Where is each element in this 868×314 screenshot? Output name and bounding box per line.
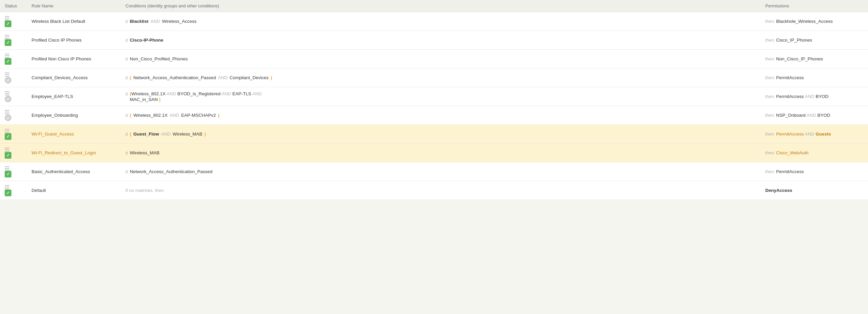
if-label: if [126,19,128,24]
status-disabled-icon[interactable]: ⊘ [5,77,11,84]
condition-wrapper: ifNon_Cisco_Profiled_Phones [126,56,756,62]
then-label: then [765,94,774,99]
table-header-row: Status Rule Name Conditions (identity gr… [0,0,868,12]
status-indicator: ⊘ [5,96,22,102]
permission-value: PermitAccess AND BYOD [776,94,828,99]
table-row: ✓Wireless Black List DefaultifBlacklist … [0,12,868,31]
paren-close: ) [218,113,219,118]
permissions-cell: thenCisco_IP_Phones [761,31,868,50]
status-disabled-icon[interactable]: ⊘ [5,96,11,102]
permission-label: PermitAccess [776,169,804,174]
policy-table-container: Status Rule Name Conditions (identity gr… [0,0,868,200]
status-cell: ⊘ [0,87,27,106]
permissions-cell: DenyAccess [761,181,868,200]
status-enabled-icon[interactable]: ✓ [5,58,11,65]
drag-handle[interactable] [5,91,9,95]
rule-name-label[interactable]: Wi-Fi_Redirect_to_Guest_Login [32,150,96,155]
drag-handle[interactable] [5,185,9,189]
drag-handle[interactable] [5,166,9,170]
then-label: then [765,169,774,174]
permissions-cell: thenPermitAccess AND Guests [761,125,868,144]
condition-value: Wireless_802.1X [131,91,165,96]
permission-wrapper: thenCisco_IP_Phones [765,38,863,42]
condition-line: MAC_in_SAN ) [130,97,262,102]
status-cell: ✓ [0,144,27,162]
paren-open: ( [130,75,131,80]
status-disabled-icon[interactable]: ⊘ [5,115,11,121]
condition-wrapper: if(Wireless_802.1X AND BYOD_is_Registere… [126,91,756,102]
table-row: ✓Basic_Authenticated_AccessifNetwork_Acc… [0,162,868,181]
status-cell: ✓ [0,125,27,144]
condition-value: EAP-TLS [232,91,251,96]
bold-condition: Guest_Flow [133,131,159,136]
status-cell: ✓ [0,162,27,181]
rule-name-label[interactable]: Profiled Non Cisco IP Phones [32,56,91,61]
and-label: AND [165,91,177,96]
conditions-cell: if(Wireless_802.1X AND EAP-MSCHAPv2 ) [121,106,761,125]
drag-handle[interactable] [5,16,9,20]
drag-handle[interactable] [5,110,9,114]
permission-label: PermitAccess [776,75,804,80]
permission-value: NSP_Onboard AND BYOD [776,113,830,118]
rule-name-label[interactable]: Basic_Authenticated_Access [32,169,90,174]
condition-value: EAP-MSCHAPv2 [181,113,216,118]
rule-name-cell: Wi-Fi_Redirect_to_Guest_Login [27,144,121,162]
then-label: then [765,19,774,24]
permission-label: PermitAccess [776,94,804,99]
permissions-cell: thenNSP_Onboard AND BYOD [761,106,868,125]
status-enabled-icon[interactable]: ✓ [5,133,11,140]
rule-name-label[interactable]: Compliant_Devices_Access [32,75,88,80]
drag-handle[interactable] [5,129,9,133]
status-enabled-icon[interactable]: ✓ [5,171,11,178]
drag-handle[interactable] [5,148,9,152]
status-enabled-icon[interactable]: ✓ [5,39,11,46]
conditions-cell: ifNon_Cisco_Profiled_Phones [121,50,761,68]
drag-handle[interactable] [5,72,9,76]
permissions-cell: thenBlackhole_Wireless_Access [761,12,868,31]
rule-name-label[interactable]: Default [32,188,46,193]
if-label: if [126,113,128,118]
rule-name-label[interactable]: Employee_Onboarding [32,113,78,118]
conditions-cell: ifNetwork_Access_Authentication_Passed [121,162,761,181]
rule-name-cell: Employee_EAP-TLS [27,87,121,106]
if-label: if [126,132,128,137]
status-indicator: ✓ [5,39,22,46]
conditions-cell: if(Wireless_802.1X AND BYOD_is_Registere… [121,87,761,106]
and-label: AND [150,19,160,24]
permission-wrapper: thenNSP_Onboard AND BYOD [765,113,863,118]
status-indicator: ✓ [5,133,22,140]
rule-name-label[interactable]: Employee_EAP-TLS [32,94,73,99]
table-row: ⊘Employee_EAP-TLSif(Wireless_802.1X AND … [0,87,868,106]
policy-table: Status Rule Name Conditions (identity gr… [0,0,868,200]
drag-handle[interactable] [5,35,9,39]
status-enabled-icon[interactable]: ✓ [5,152,11,159]
status-indicator: ⊘ [5,115,22,121]
then-label: then [765,150,774,155]
condition-wrapper: ifNetwork_Access_Authentication_Passed [126,169,756,175]
rule-name-cell: Employee_Onboarding [27,106,121,125]
condition-value: Network_Access_Authentication_Passed [133,75,216,80]
rule-name-label[interactable]: Wireless Black List Default [32,19,85,24]
header-conditions: Conditions (identity groups and other co… [121,0,761,12]
paren-close: ) [271,75,272,80]
rule-name-label[interactable]: Wi-Fi_Guest_Access [32,131,74,136]
condition-value: Compliant_Devices [229,75,269,80]
if-label: if [126,75,128,81]
drag-handle[interactable] [5,54,9,58]
rule-name-cell: Basic_Authenticated_Access [27,162,121,181]
bold-condition: Blacklist [130,19,149,24]
rule-name-label[interactable]: Profiled Cisco IP Phones [32,38,82,42]
condition-wrapper: ifBlacklist AND Wireless_Access [126,19,756,24]
status-enabled-icon[interactable]: ✓ [5,190,11,196]
table-row: ⊘Compliant_Devices_Accessif(Network_Acce… [0,68,868,87]
table-row: ✓Defaultif no matches, thenDenyAccess [0,181,868,200]
rule-name-cell: Profiled Non Cisco IP Phones [27,50,121,68]
permissions-cell: thenPermitAccess [761,162,868,181]
permissions-cell: thenCisco_WebAuth [761,144,868,162]
status-enabled-icon[interactable]: ✓ [5,21,11,27]
permission-value: PermitAccess AND Guests [776,131,831,136]
header-rule-name: Rule Name [27,0,121,12]
conditions-cell: if(Guest_Flow AND Wireless_MAB ) [121,125,761,144]
condition-value: Wireless_MAB [173,131,203,136]
status-indicator: ⊘ [5,77,22,84]
